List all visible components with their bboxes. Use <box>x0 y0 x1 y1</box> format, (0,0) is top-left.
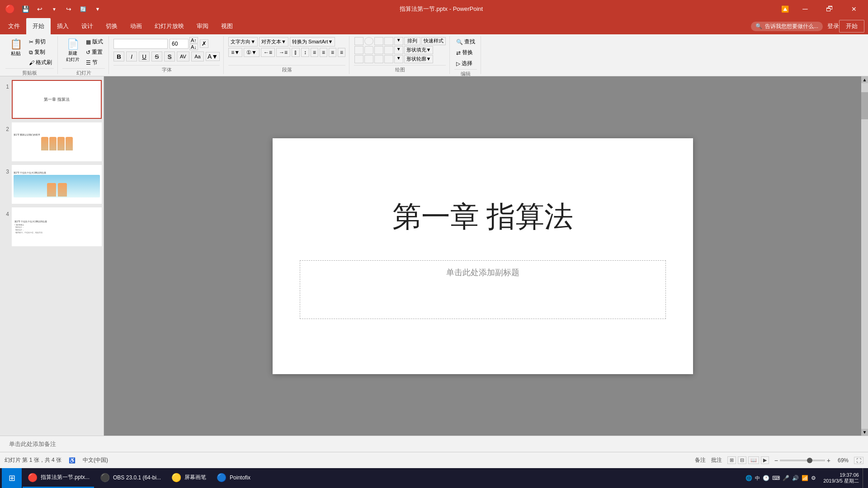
tab-slideshow[interactable]: 幻灯片放映 <box>148 18 190 34</box>
numbering-btn[interactable]: ①▼ <box>244 48 259 57</box>
justify-btn[interactable]: ≡ <box>338 48 345 57</box>
align-left-btn[interactable]: ≡ <box>311 48 318 57</box>
new-slide-btn[interactable]: 📄 新建幻灯片 <box>62 37 83 64</box>
strikethrough-btn[interactable]: S <box>151 52 162 61</box>
italic-btn[interactable]: I <box>126 52 137 61</box>
slide-canvas[interactable]: 第一章 指算法 单击此处添加副标题 <box>273 138 693 374</box>
clear-format-btn[interactable]: ✗ <box>200 39 208 48</box>
line-spacing-btn[interactable]: ↕ <box>301 48 309 57</box>
replace-btn[interactable]: ⇄ 替换 <box>454 48 475 57</box>
ribbon-collapse-btn[interactable]: 🔼 <box>778 3 791 15</box>
subtitle-box[interactable]: 单击此处添加副标题 <box>300 260 666 319</box>
bold-btn[interactable]: B <box>113 52 124 61</box>
shape-brace[interactable] <box>354 55 363 63</box>
undo-dropdown[interactable]: ▼ <box>48 3 61 15</box>
align-center-btn[interactable]: ≡ <box>320 48 327 57</box>
tab-view[interactable]: 视图 <box>215 18 239 34</box>
notes-bar[interactable]: 单击此处添加备注 <box>0 436 868 452</box>
convert-smartart-btn[interactable]: 转换为 SmartArt▼ <box>290 37 335 47</box>
slide-preview-3[interactable]: 第2节 个位比十位大1乘以同位基 <box>12 165 102 204</box>
shadow-btn[interactable]: S <box>164 52 175 61</box>
vscroll-up-btn[interactable]: ▲ <box>861 76 868 83</box>
vscroll-thumb[interactable] <box>861 92 868 119</box>
comments-toggle[interactable]: 批注 <box>711 456 722 464</box>
tab-home[interactable]: 开始 <box>26 18 51 34</box>
copy-btn[interactable]: ⧉ 复制 <box>27 47 54 57</box>
start-button[interactable]: 开始 <box>839 20 864 33</box>
taskbar-item-pointofix[interactable]: 🔵 Pointofix <box>212 468 255 488</box>
tray-settings[interactable]: ⚙ <box>811 475 816 481</box>
shape-line[interactable] <box>384 46 393 54</box>
ribbon-search-box[interactable]: 🔍 告诉我您想要做什么... <box>751 22 823 31</box>
section-btn[interactable]: ☰ 节 <box>84 58 105 67</box>
align-text-btn[interactable]: 对齐文本▼ <box>259 37 288 47</box>
taskbar-item-screenpainter[interactable]: 🟡 屏幕画笔 <box>166 468 211 488</box>
shape-curve[interactable] <box>374 55 383 63</box>
slide-preview-2[interactable]: 第1节 重新认识我们的双手 <box>12 122 102 161</box>
slideshow-btn[interactable]: ▶ <box>761 456 769 464</box>
paste-btn[interactable]: 📋 粘贴 <box>5 37 26 58</box>
font-size-increase-btn[interactable]: A↑ <box>189 37 198 43</box>
quick-styles-btn[interactable]: 快速样式 <box>421 37 446 45</box>
canvas-area[interactable]: 第一章 指算法 单击此处添加副标题 <box>104 76 861 436</box>
reading-view-btn[interactable]: 📖 <box>748 456 759 464</box>
shape-triangle[interactable] <box>374 37 383 45</box>
save-btn[interactable]: 💾 <box>19 3 32 15</box>
notes-toggle[interactable]: 备注 <box>695 456 706 464</box>
accessibility-btn[interactable]: ♿ <box>69 457 75 464</box>
col-btn[interactable]: ⫿ <box>292 48 300 57</box>
select-btn[interactable]: ▷ 选择 <box>454 59 474 68</box>
slide-title[interactable]: 第一章 指算法 <box>273 197 693 236</box>
shape-rect[interactable] <box>354 37 363 45</box>
redo-btn[interactable]: ↪ <box>62 3 75 15</box>
auto-save-btn[interactable]: 🔄 <box>77 3 90 15</box>
format-painter-btn[interactable]: 🖌 格式刷 <box>27 58 54 67</box>
shape-round-rect[interactable] <box>364 46 373 54</box>
slide-thumb-4[interactable]: 4 第2节 个位比十位大1乘以同位基 • 第2章要点 · 知识点1 ... · … <box>2 207 102 246</box>
tab-file[interactable]: 文件 <box>2 18 26 34</box>
slide-sorter-btn[interactable]: ⊟ <box>738 456 746 464</box>
zoom-level[interactable]: 69% <box>832 457 849 464</box>
canvas-vscroll[interactable]: ▲ ▼ <box>861 76 868 436</box>
login-link[interactable]: 登录 <box>827 22 839 30</box>
tab-insert[interactable]: 插入 <box>51 18 75 34</box>
shape-rhombus[interactable] <box>384 37 393 45</box>
underline-btn[interactable]: U <box>139 52 150 61</box>
cut-btn[interactable]: ✂ 剪切 <box>27 37 54 47</box>
vscroll-down-btn[interactable]: ▼ <box>861 429 868 436</box>
zoom-in-btn[interactable]: + <box>827 457 830 464</box>
outline-btn[interactable]: 形状轮廓▼ <box>404 55 434 63</box>
text-direction-btn[interactable]: 文字方向▼ <box>228 37 258 47</box>
fill-btn[interactable]: 形状填充▼ <box>404 46 434 54</box>
normal-view-btn[interactable]: ⊞ <box>727 456 736 464</box>
layout-btn[interactable]: ▦ 版式 <box>84 37 105 47</box>
show-desktop-btn[interactable] <box>863 468 866 488</box>
slide-preview-4[interactable]: 第2节 个位比十位大1乘以同位基 • 第2章要点 · 知识点1 ... · 知识… <box>12 207 102 246</box>
tab-transitions[interactable]: 切换 <box>99 18 124 34</box>
slide-thumb-1[interactable]: 1 第一章 指算法 <box>2 80 102 119</box>
undo-btn[interactable]: ↩ <box>33 3 46 15</box>
font-size-decrease-btn[interactable]: A↓ <box>189 44 198 50</box>
font-color-btn[interactable]: A▼ <box>206 52 220 61</box>
tab-animations[interactable]: 动画 <box>124 18 148 34</box>
zoom-slider[interactable] <box>780 460 825 461</box>
zoom-out-btn[interactable]: − <box>774 457 778 464</box>
arrange-btn[interactable]: 排列 <box>404 37 420 45</box>
tab-design[interactable]: 设计 <box>75 18 99 34</box>
reset-btn[interactable]: ↺ 重置 <box>84 47 105 57</box>
close-btn[interactable]: ✕ <box>844 2 864 16</box>
shape-bracket[interactable] <box>364 55 373 63</box>
fit-to-window-btn[interactable]: ⛶ <box>854 457 863 464</box>
font-name-input[interactable] <box>113 39 168 49</box>
align-right-btn[interactable]: ≡ <box>329 48 336 57</box>
slide-thumb-3[interactable]: 3 第2节 个位比十位大1乘以同位基 <box>2 165 102 204</box>
shape-more3[interactable]: ▼ <box>394 55 403 63</box>
taskbar-item-powerpoint[interactable]: 🔴 指算法第一节.pptx... <box>23 468 94 488</box>
start-menu-btn[interactable]: ⊞ <box>2 468 22 488</box>
font-case-btn[interactable]: Aa <box>191 52 204 61</box>
find-btn[interactable]: 🔍 查找 <box>454 37 477 47</box>
char-spacing-btn[interactable]: AV <box>177 52 189 61</box>
shape-rect2[interactable] <box>354 46 363 54</box>
customize-btn[interactable]: ▼ <box>91 3 104 15</box>
shape-arrow[interactable] <box>374 46 383 54</box>
